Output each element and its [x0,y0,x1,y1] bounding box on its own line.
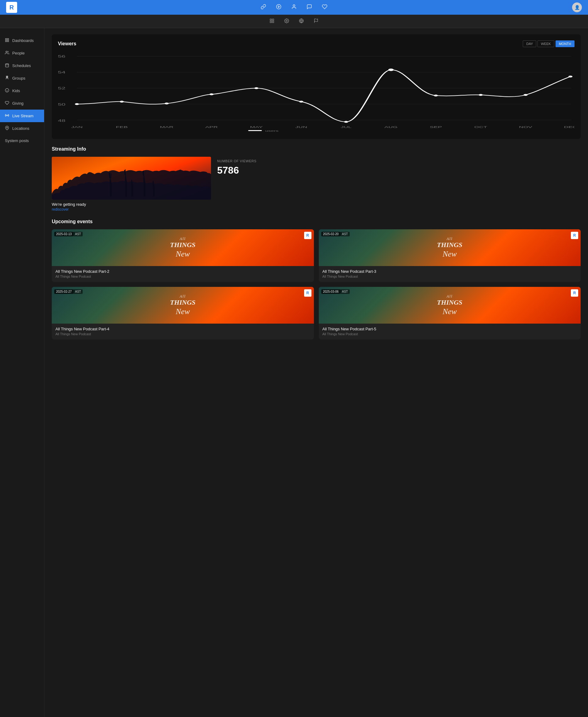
flag-icon[interactable] [314,18,318,24]
event-logo-4: R [571,289,578,297]
stream-thumbnail [52,157,211,200]
event-card-3[interactable]: All THINGS New 2025-02-27 AST R All Thin… [52,287,314,340]
sidebar-item-label: Schedules [12,63,31,68]
event-card-4[interactable]: All THINGS New 2025-03-06 AST R All Thin… [319,287,581,340]
svg-text:JUN: JUN [295,126,307,129]
sidebar-item-label: Dashboards [12,38,34,43]
avatar[interactable]: 👤 [572,2,582,12]
svg-point-25 [6,127,8,128]
sidebar-item-giving[interactable]: Giving [0,97,44,110]
svg-point-48 [75,103,79,105]
app-logo[interactable]: R [6,2,17,13]
event-logo-3: R [304,289,312,297]
svg-point-59 [568,75,572,78]
svg-text:NOV: NOV [519,126,532,129]
svg-point-50 [165,103,168,104]
streaming-info-section: NUMBER OF VIEWERS 5786 [52,157,581,200]
svg-text:MAY: MAY [250,126,263,129]
settings-icon[interactable] [284,18,289,24]
event-bg-3: All THINGS New [52,287,314,324]
svg-point-7 [286,20,287,21]
sidebar-item-label: Giving [12,101,24,106]
event-bg-1: All THINGS New [52,229,314,266]
sidebar-item-systemposts[interactable]: System posts [0,135,44,147]
svg-text:users: users [265,130,279,132]
event-thumbnail-text-4: All THINGS New [437,294,462,316]
svg-point-52 [254,87,258,89]
event-thumbnail-text-1: All THINGS New [170,237,195,259]
user-icon[interactable] [291,4,297,11]
giving-icon [5,101,9,106]
svg-point-51 [209,93,213,95]
svg-text:DEC: DEC [564,126,574,129]
sidebar-item-label: Locations [12,126,29,131]
svg-text:FEB: FEB [116,126,128,129]
stream-subtitle: We're getting ready rediscover [52,202,581,212]
event-info-2: All Things New Podcast Part-3 All Things… [319,266,581,282]
event-card-1[interactable]: All THINGS New 2025-02-13 AST R All Thin… [52,229,314,282]
svg-rect-16 [5,64,9,67]
play-icon[interactable] [276,4,281,11]
dashboard-icon [5,38,9,43]
event-thumbnail-text-2: All THINGS New [437,237,462,259]
link-icon[interactable] [260,4,266,11]
sidebar-item-dashboards[interactable]: Dashboards [0,34,44,47]
streaming-info-title: Streaming Info [52,146,581,152]
event-card-2[interactable]: All THINGS New 2025-02-20 AST R All Thin… [319,229,581,282]
event-thumbnail-1: All THINGS New 2025-02-13 AST R [52,229,314,266]
svg-point-58 [524,94,528,96]
svg-text:JUL: JUL [340,126,352,129]
svg-text:54: 54 [58,71,65,74]
event-info-4: All Things New Podcast Part-5 All Things… [319,324,581,340]
svg-point-21 [5,88,9,92]
viewer-count: 5786 [217,165,581,176]
stream-info-right: NUMBER OF VIEWERS 5786 [217,157,581,178]
svg-point-0 [276,4,281,9]
svg-text:AUG: AUG [384,126,398,129]
sidebar-item-schedules[interactable]: Schedules [0,59,44,72]
stream-name: We're getting ready [52,202,581,207]
svg-point-55 [388,69,394,71]
sidebar-item-people[interactable]: People [0,47,44,59]
event-time-badge-1: AST [73,232,83,236]
sidebar: Dashboards People Schedules Groups Kids [0,28,44,717]
sidebar-item-label: Groups [12,76,25,81]
event-title-2: All Things New Podcast Part-3 [322,269,577,274]
grid-icon[interactable] [270,18,274,24]
event-time-badge-3: AST [73,289,83,294]
svg-point-2 [293,5,295,6]
svg-point-15 [6,51,7,53]
main-layout: Dashboards People Schedules Groups Kids [0,28,588,717]
svg-rect-14 [5,40,7,42]
period-week-button[interactable]: WEEK [538,40,554,47]
event-thumbnail-4: All THINGS New 2025-03-06 AST R [319,287,581,324]
sidebar-item-livestream[interactable]: Live Stream [0,110,44,122]
svg-rect-12 [7,39,8,40]
sidebar-item-groups[interactable]: Groups [0,72,44,85]
event-date-badge-2: 2025-02-20 [321,232,340,236]
viewers-chart-container: Viewers DAY WEEK MONTH 56 54 52 50 48 [52,34,581,139]
period-month-button[interactable]: MONTH [555,40,574,47]
viewer-count-label: NUMBER OF VIEWERS [217,159,581,163]
location-icon [5,126,9,131]
heart-icon[interactable] [322,4,328,11]
event-title-1: All Things New Podcast Part-2 [56,269,310,274]
chat-icon[interactable] [307,4,312,11]
sidebar-item-label: People [12,51,24,56]
groups-icon [5,75,9,81]
period-day-button[interactable]: DAY [523,40,536,47]
svg-text:SEP: SEP [430,126,442,129]
event-date-badge-4: 2025-03-06 [321,289,340,294]
svg-point-49 [120,101,124,103]
events-grid: All THINGS New 2025-02-13 AST R All Thin… [52,229,581,340]
event-bg-2: All THINGS New [319,229,581,266]
svg-text:APR: APR [205,126,218,129]
event-channel-2: All Things New Podcast [322,275,577,278]
sidebar-item-kids[interactable]: Kids [0,85,44,97]
globe-icon[interactable] [299,18,304,24]
sidebar-item-label: System posts [5,138,29,143]
svg-rect-3 [270,19,272,21]
sidebar-item-label: Live Stream [12,114,34,118]
svg-text:52: 52 [58,87,65,90]
sidebar-item-locations[interactable]: Locations [0,122,44,135]
